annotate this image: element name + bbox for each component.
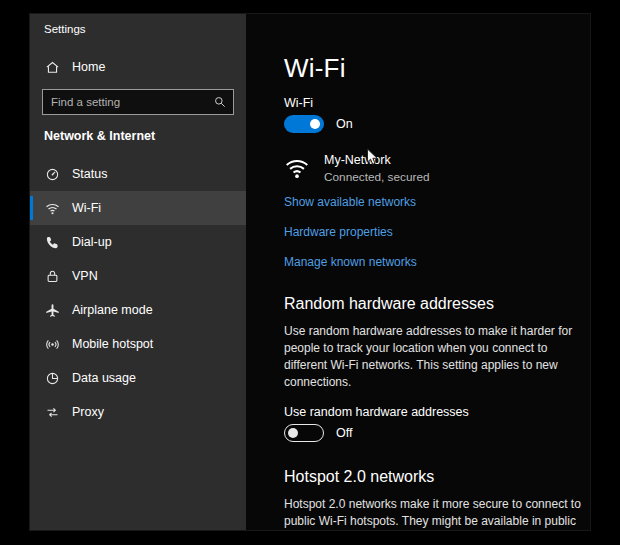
settings-window: Settings Home Network & Internet Status	[30, 14, 590, 530]
wifi-icon	[44, 201, 60, 216]
sidebar-item-mobile-hotspot[interactable]: Mobile hotspot	[30, 327, 246, 361]
show-available-networks-link[interactable]: Show available networks	[284, 195, 416, 209]
wifi-toggle-state: On	[336, 117, 353, 131]
hotspot-icon	[44, 337, 60, 352]
sidebar-item-label: Data usage	[72, 371, 136, 385]
network-name: My-Network	[324, 153, 430, 167]
search-box	[42, 89, 234, 115]
search-input[interactable]	[43, 96, 207, 108]
data-usage-icon	[44, 371, 60, 386]
sidebar-item-airplane-mode[interactable]: Airplane mode	[30, 293, 246, 327]
random-hw-description: Use random hardware addresses to make it…	[284, 323, 590, 391]
sidebar-item-vpn[interactable]: VPN	[30, 259, 246, 293]
sidebar-nav: Status Wi-Fi Dial-up VPN	[30, 157, 246, 429]
wifi-toggle-label: Wi-Fi	[284, 96, 590, 110]
dialup-icon	[44, 235, 60, 250]
page-title: Wi-Fi	[284, 54, 590, 82]
sidebar: Settings Home Network & Internet Status	[30, 14, 246, 530]
main-panel: Wi-Fi Wi-Fi On My-Network Connected, sec…	[246, 14, 590, 530]
wifi-toggle-row: On	[284, 115, 590, 133]
network-status: Connected, secured	[324, 170, 430, 184]
hotspot-heading: Hotspot 2.0 networks	[284, 468, 590, 486]
random-hw-heading: Random hardware addresses	[284, 295, 590, 313]
sidebar-item-label: VPN	[72, 269, 98, 283]
hotspot-description: Hotspot 2.0 networks make it more secure…	[284, 496, 590, 530]
airplane-icon	[44, 303, 60, 318]
sidebar-item-home[interactable]: Home	[30, 53, 246, 81]
sidebar-item-label: Home	[72, 60, 105, 74]
status-icon	[44, 167, 60, 182]
sidebar-item-label: Dial-up	[72, 235, 112, 249]
app-title: Settings	[30, 14, 246, 35]
sidebar-item-dialup[interactable]: Dial-up	[30, 225, 246, 259]
sidebar-section-header: Network & Internet	[44, 129, 232, 143]
search-icon[interactable]	[207, 95, 233, 109]
connected-network[interactable]: My-Network Connected, secured	[284, 151, 590, 185]
wifi-signal-icon	[284, 155, 310, 181]
sidebar-item-wifi[interactable]: Wi-Fi	[30, 191, 246, 225]
sidebar-item-data-usage[interactable]: Data usage	[30, 361, 246, 395]
manage-known-networks-link[interactable]: Manage known networks	[284, 255, 417, 269]
random-hw-toggle-label: Use random hardware addresses	[284, 405, 590, 419]
sidebar-item-label: Mobile hotspot	[72, 337, 153, 351]
sidebar-item-label: Proxy	[72, 405, 104, 419]
random-hw-toggle-state: Off	[336, 426, 352, 440]
sidebar-item-status[interactable]: Status	[30, 157, 246, 191]
sidebar-item-proxy[interactable]: Proxy	[30, 395, 246, 429]
sidebar-item-label: Airplane mode	[72, 303, 153, 317]
vpn-icon	[44, 269, 60, 284]
proxy-icon	[44, 405, 60, 420]
sidebar-item-label: Wi-Fi	[72, 201, 101, 215]
random-hw-toggle-row: Off	[284, 424, 590, 442]
network-text: My-Network Connected, secured	[324, 153, 430, 184]
sidebar-item-label: Status	[72, 167, 107, 181]
hardware-properties-link[interactable]: Hardware properties	[284, 225, 393, 239]
wifi-toggle[interactable]	[284, 115, 324, 133]
home-icon	[44, 60, 60, 75]
random-hw-toggle[interactable]	[284, 424, 324, 442]
